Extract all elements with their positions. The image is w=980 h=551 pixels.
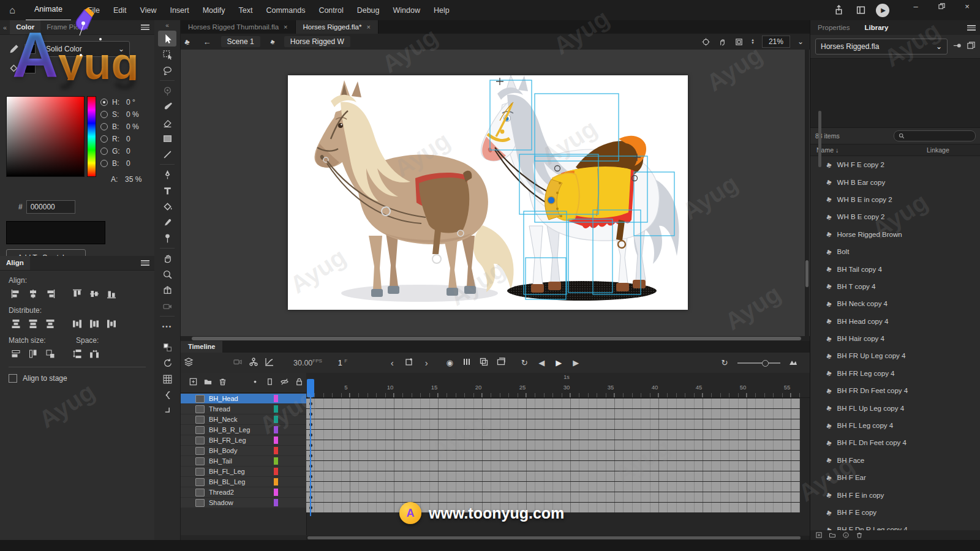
frame-row[interactable] [306,430,810,440]
color-channel-value[interactable]: 0 [126,147,130,156]
subselection-tool[interactable] [158,47,176,62]
line-tool[interactable] [158,146,176,162]
eyedropper-tool[interactable] [158,214,176,230]
minimize-button[interactable]: – [903,0,929,12]
library-item[interactable]: ♣ WH B E copy 2 [810,208,980,225]
layer-outline-swatch[interactable] [274,447,278,454]
puppet-pin-tool[interactable] [158,230,176,246]
align-bottom-button[interactable] [104,287,119,301]
grid-snap-icon[interactable] [158,371,176,387]
layer-name[interactable]: BH_B_R_Leg [209,426,274,433]
library-item[interactable]: ♣ BH Neck copy 4 [810,295,980,312]
layer-name[interactable]: BH_BL_Leg [209,478,274,485]
home-icon[interactable]: ⌂ [0,5,24,16]
frame-span[interactable] [306,461,800,471]
frame-span[interactable] [306,399,800,408]
restore-button[interactable] [929,0,954,12]
edit-multiple-frames-icon[interactable] [476,357,492,369]
library-item[interactable]: ♣ BH FL Dn Feet copy 4 [810,434,980,451]
zoom-dropdown-icon[interactable]: ⌄ [797,37,804,46]
visibility-column-icon[interactable] [277,377,292,388]
library-item[interactable]: ♣ BH F E in copy [810,486,980,503]
menu-item[interactable]: Commands [259,6,312,15]
layer-name[interactable]: BH_Tail [209,457,274,465]
test-movie-button[interactable]: ▶ [872,4,893,17]
frame-row[interactable] [306,482,810,492]
layer-stack-icon[interactable] [181,357,197,369]
step-back-icon[interactable]: ◀ [533,358,549,367]
library-item[interactable]: ♣ BH FR Up Leg copy 4 [810,347,980,364]
tab-color[interactable]: Color [10,20,40,34]
library-item[interactable]: ♣ BH Hair copy 4 [810,330,980,347]
menu-item[interactable]: Edit [107,6,134,15]
layer-name[interactable]: Shadow [209,499,274,506]
reset-timeline-zoom-icon[interactable]: ↻ [717,358,733,367]
tab-timeline[interactable]: Timeline [181,341,222,353]
layer-outline-swatch[interactable] [274,405,278,413]
distribute-hcenter-button[interactable] [87,317,102,331]
frame-span[interactable] [306,503,800,512]
close-tab-icon[interactable]: × [366,23,370,31]
highlight-column-icon[interactable] [247,377,262,388]
align-right-button[interactable] [43,287,58,301]
layer-row[interactable]: Thread [181,404,306,414]
toolbar-collapse-icon[interactable]: « [165,22,169,31]
rectangle-tool[interactable] [158,130,176,146]
close-button[interactable]: × [954,0,980,12]
back-arrow-icon[interactable]: ← [200,37,215,47]
menu-item[interactable]: Insert [163,6,195,15]
reset-colors-icon[interactable] [158,355,176,371]
text-tool[interactable] [158,182,176,198]
stage-horizontal-scrollbar[interactable] [181,336,810,341]
frame-row[interactable] [306,399,810,408]
next-keyframe-icon[interactable]: › [418,358,434,368]
3d-rotation-tool[interactable] [158,282,176,298]
layer-outline-swatch[interactable] [274,468,278,475]
library-item[interactable]: ♣ Horse Rigged Brown [810,226,980,243]
frame-rate-value[interactable]: 30.00FPS [293,358,322,367]
graph-editor-icon[interactable] [262,357,277,369]
swap-colors-icon[interactable] [158,339,176,355]
new-folder-icon[interactable] [200,377,215,388]
color-channel-value[interactable]: 0 ° [126,98,135,107]
document-tab[interactable]: Horses Rigged Thumbnail.fla × [181,20,296,34]
layer-row[interactable]: Thread2 [181,487,306,497]
new-layer-icon[interactable] [186,377,200,388]
hand-tool[interactable] [158,250,176,266]
radio-button[interactable] [100,148,108,155]
align-to-stage-checkbox[interactable] [9,374,17,383]
tab-properties[interactable]: Properties [810,24,857,31]
previous-keyframe-icon[interactable]: ‹ [384,358,400,368]
frame-span[interactable] [306,430,800,440]
layer-row[interactable]: Shadow [181,498,306,508]
color-channel-value[interactable]: 0 % [126,110,139,119]
library-document-select[interactable]: Horses Rigged.fla ⌄ [815,39,948,54]
distribute-top-button[interactable] [9,317,23,331]
frame-span[interactable] [306,451,800,460]
layer-row[interactable]: BH_BL_Leg [181,477,306,487]
match-height-button[interactable] [26,347,40,361]
distribute-bottom-button[interactable] [43,317,58,331]
frame-span[interactable] [306,440,800,450]
library-item[interactable]: ♣ BH F E copy [810,504,980,521]
zoom-tool[interactable] [158,266,176,282]
align-left-button[interactable] [9,287,23,301]
library-item[interactable]: ♣ BH FL Leg copy 4 [810,417,980,434]
frame-span[interactable] [306,471,800,481]
menu-item[interactable]: View [134,6,164,15]
library-item[interactable]: ♣ WH B E in copy 2 [810,191,980,208]
frame-row[interactable] [306,419,810,429]
frame-row[interactable] [306,451,810,460]
selection-tool[interactable] [158,31,176,47]
color-channel-value[interactable]: 0 [126,159,130,168]
menu-item[interactable]: Help [427,6,456,15]
radio-button[interactable] [100,135,108,143]
library-item[interactable]: ♣ BH FL Up Leg copy 4 [810,399,980,416]
space-horizontal-button[interactable] [87,347,102,361]
library-item[interactable]: ♣ BH T copy 4 [810,278,980,295]
saturation-brightness-picker[interactable] [6,96,85,177]
layer-name[interactable]: BH_FR_Leg [209,437,274,444]
paint-bucket-tool[interactable] [158,198,176,214]
collapse-panel-icon[interactable]: « [0,24,10,31]
alpha-value[interactable]: 35 % [125,175,141,184]
